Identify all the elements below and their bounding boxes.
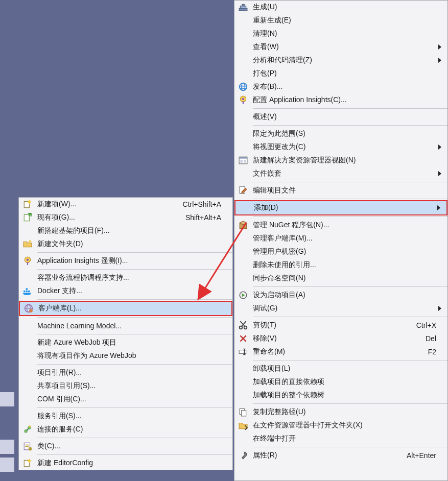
blank-icon (237, 68, 250, 79)
project-context-menu[interactable]: 生成(U)重新生成(E)清理(N)查看(W)分析和代码清理(Z)打包(P)发布(… (234, 0, 448, 481)
menu-item-label: 同步命名空间(N) (253, 274, 436, 283)
menu-item-publish[interactable]: 发布(B)... (234, 80, 447, 93)
menu-item-edit-proj[interactable]: 编辑项目文件 (234, 184, 447, 197)
menu-item-new-sln[interactable]: 新建解决方案资源管理器视图(N) (234, 154, 447, 167)
menu-item-debug[interactable]: 调试(G) (234, 302, 447, 315)
menu-separator (253, 403, 447, 404)
blank-icon (21, 394, 34, 405)
menu-item-props[interactable]: 属性(R)Alt+Enter (234, 449, 447, 462)
menu-item-remove[interactable]: 移除(V)Del (234, 332, 447, 345)
menu-item-open-folder[interactable]: 在文件资源管理器中打开文件夹(X) (234, 419, 447, 432)
menu-separator (37, 299, 232, 300)
submenu-item-proj-ref[interactable]: 项目引用(R)... (19, 366, 232, 379)
blank-icon (21, 337, 34, 348)
blank-icon (237, 273, 250, 284)
menu-item-label: 发布(B)... (253, 82, 436, 91)
blank-icon (237, 15, 250, 26)
submenu-item-scaffolded[interactable]: 新搭建基架的项目(F)... (19, 224, 232, 237)
menu-item-startup[interactable]: 设为启动项目(A) (234, 288, 447, 302)
menu-item-label: 删除未使用的引用... (253, 260, 436, 270)
submenu-item-ml-model[interactable]: Machine Learning Model... (19, 319, 232, 332)
menu-item-build[interactable]: 生成(U) (234, 1, 447, 14)
submenu-item-azure-new[interactable]: 新建 Azure WebJob 项目 (19, 336, 232, 349)
submenu-item-conn-svc[interactable]: 连接的服务(C) (19, 423, 232, 436)
add-submenu[interactable]: 新建项(W)...Ctrl+Shift+A现有项(G)...Shift+Alt+… (18, 197, 233, 470)
menu-item-deps-direct[interactable]: 加载项目的直接依赖项 (234, 375, 447, 389)
menu-item-analyze[interactable]: 分析和代码清理(Z) (234, 54, 447, 67)
menu-separator (37, 334, 232, 334)
submenu-item-svc-ref[interactable]: 服务引用(S)... (19, 410, 232, 423)
submenu-item-new-item[interactable]: 新建项(W)...Ctrl+Shift+A (19, 198, 232, 211)
menu-item-unload[interactable]: 卸载项目(L) (234, 362, 447, 375)
blank-icon (21, 225, 34, 236)
menu-item-rename[interactable]: 重命名(M)F2 (234, 345, 447, 358)
menu-item-change-view[interactable]: 将视图更改为(C) (234, 140, 447, 154)
menu-item-label: 现有项(G)... (37, 213, 180, 222)
menu-item-label: 管理 NuGet 程序包(N)... (253, 221, 436, 230)
submenu-item-shared-ref[interactable]: 共享项目引用(S)... (19, 379, 232, 393)
menu-item-label: 打包(P) (253, 69, 436, 78)
menu-item-shortcut: Shift+Alt+A (180, 213, 221, 222)
submenu-caret-icon (436, 171, 443, 176)
menu-item-label: 新搭建基架的项目(F)... (37, 226, 221, 235)
submenu-item-new-folder[interactable]: 新建文件夹(D) (19, 237, 232, 251)
docker-icon (21, 285, 34, 297)
submenu-item-editorconfig[interactable]: 新建 EditorConfig (19, 456, 232, 470)
menu-item-label: 添加(D) (254, 203, 435, 212)
menu-item-label: 生成(U) (253, 3, 436, 12)
menu-item-client[interactable]: 管理客户端库(M)... (234, 232, 447, 245)
menu-item-add[interactable]: 添加(D) (234, 200, 447, 215)
menu-separator (253, 217, 447, 217)
menu-item-nuget[interactable]: 管理 NuGet 程序包(N)... (234, 219, 447, 232)
menu-item-pack[interactable]: 打包(P) (234, 67, 447, 80)
blank-icon (237, 128, 250, 139)
submenu-item-com-ref[interactable]: COM 引用(C)... (19, 393, 232, 406)
submenu-caret-icon (436, 44, 443, 50)
menu-item-label: 在文件资源管理器中打开文件夹(X) (253, 421, 436, 430)
menu-item-clean[interactable]: 清理(N) (234, 27, 447, 40)
remove-icon (237, 333, 250, 344)
blank-icon (237, 111, 250, 123)
menu-item-file-nest[interactable]: 文件嵌套 (234, 167, 447, 180)
menu-separator (253, 182, 447, 182)
submenu-item-azure-exist[interactable]: 将现有项目作为 Azure WebJob (19, 349, 232, 363)
menu-item-overview[interactable]: 概述(V) (234, 110, 447, 124)
menu-separator (253, 286, 447, 287)
menu-item-shortcut: Alt+Enter (402, 451, 436, 460)
menu-item-open-term[interactable]: 在终端中打开 (234, 432, 447, 445)
menu-item-cut[interactable]: 剪切(T)Ctrl+X (234, 319, 447, 332)
submenu-caret-icon (435, 205, 442, 210)
submenu-item-container[interactable]: 容器业务流程协调程序支持... (19, 271, 232, 284)
menu-item-rebuild[interactable]: 重新生成(E) (234, 14, 447, 27)
submenu-item-class[interactable]: 类(C)... (19, 440, 232, 453)
menu-item-unused[interactable]: 删除未使用的引用... (234, 258, 447, 272)
globe-icon (237, 81, 250, 92)
menu-item-sync-ns[interactable]: 同步命名空间(N) (234, 272, 447, 285)
menu-separator (253, 360, 447, 360)
menu-item-copy-path[interactable]: 复制完整路径(U) (234, 405, 447, 419)
menu-separator (253, 447, 447, 447)
menu-item-shortcut: Ctrl+Shift+A (178, 200, 221, 208)
submenu-item-client-lib[interactable]: 客户端库(L)... (19, 301, 232, 316)
submenu-item-app-insights[interactable]: Application Insights 遥测(I)... (19, 254, 232, 268)
menu-item-insights-cfg[interactable]: 配置 Application Insights(C)... (234, 93, 447, 107)
startup-icon (237, 290, 250, 301)
menu-item-scope[interactable]: 限定为此范围(S) (234, 127, 447, 140)
menu-item-label: 服务引用(S)... (37, 412, 221, 421)
menu-item-label: 卸载项目(L) (253, 364, 436, 373)
menu-item-label: 移除(V) (253, 334, 420, 343)
menu-item-view[interactable]: 查看(W) (234, 40, 447, 54)
new-item-icon (21, 199, 34, 210)
menu-item-label: 类(C)... (37, 442, 221, 451)
menu-item-deps-all[interactable]: 加载项目的整个依赖树 (234, 389, 447, 402)
submenu-item-existing-item[interactable]: 现有项(G)...Shift+Alt+A (19, 211, 232, 224)
submenu-item-docker[interactable]: Docker 支持... (19, 284, 232, 298)
build-icon (237, 2, 250, 13)
menu-separator (253, 317, 447, 317)
wrench-icon (237, 450, 250, 461)
menu-item-label: COM 引用(C)... (37, 395, 221, 404)
menu-item-label: 分析和代码清理(Z) (253, 56, 436, 65)
menu-item-secrets[interactable]: 管理用户机密(G) (234, 245, 447, 258)
blank-icon (237, 363, 250, 374)
menu-item-label: 将现有项目作为 Azure WebJob (37, 351, 221, 360)
